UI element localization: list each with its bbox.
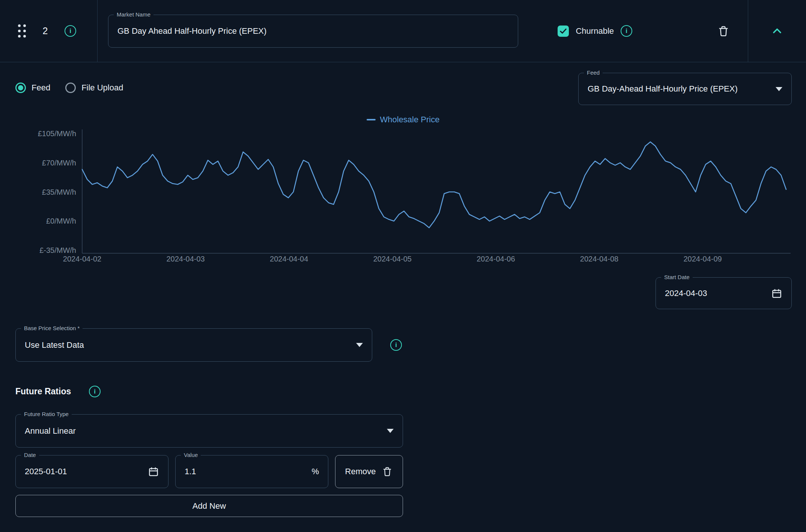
chevron-up-icon: [770, 24, 784, 38]
info-icon[interactable]: i: [390, 339, 402, 351]
chart-legend: Wholesale Price: [0, 114, 806, 125]
legend-line-icon: [367, 119, 376, 120]
svg-text:2024-04-06: 2024-04-06: [477, 255, 515, 263]
feed-radio[interactable]: Feed: [15, 83, 50, 93]
churnable-checkbox[interactable]: [558, 26, 569, 37]
market-header-left: 2 i: [0, 0, 98, 62]
future-ratio-type-select[interactable]: Future Ratio Type Annual Linear: [15, 414, 403, 448]
info-icon[interactable]: i: [65, 25, 76, 37]
base-price-select[interactable]: Base Price Selection * Use Latest Data: [15, 328, 372, 362]
churnable-group: Churnable i: [558, 0, 632, 62]
start-date-label: Start Date: [661, 274, 693, 280]
ratio-date-label: Date: [21, 452, 39, 458]
future-ratio-type-value: Annual Linear: [25, 426, 76, 436]
chevron-down-icon: [776, 87, 782, 91]
remove-ratio-button[interactable]: Remove: [335, 455, 403, 488]
start-date-field[interactable]: Start Date 2024-04-03: [656, 277, 792, 309]
feed-select[interactable]: Feed GB Day-Ahead Half-Hourly Price (EPE…: [578, 73, 792, 105]
svg-text:2024-04-04: 2024-04-04: [270, 255, 308, 263]
percent-suffix: %: [311, 467, 319, 476]
ratio-value-value: 1.1: [185, 467, 196, 476]
collapse-button[interactable]: [770, 24, 784, 38]
ratio-date-value: 2025-01-01: [25, 467, 67, 476]
base-price-value: Use Latest Data: [25, 340, 84, 350]
future-ratios-header: Future Ratios i: [15, 386, 806, 397]
future-ratios-section: Future Ratios i Future Ratio Type Annual…: [15, 386, 806, 517]
feed-select-value: GB Day-Ahead Half-Hourly Price (EPEX): [588, 84, 738, 94]
source-type-radio-group: Feed File Upload: [15, 83, 123, 93]
chevron-down-icon: [356, 343, 363, 347]
market-name-field[interactable]: Market Name: [108, 15, 518, 48]
market-body: Feed File Upload Feed GB Day-Ahead Half-…: [0, 73, 806, 517]
drag-handle-icon[interactable]: [18, 24, 26, 38]
radio-selected-icon: [15, 83, 26, 93]
future-ratios-title: Future Ratios: [15, 386, 71, 397]
market-index: 2: [43, 26, 48, 36]
svg-text:2024-04-02: 2024-04-02: [63, 255, 101, 263]
ratio-value-field[interactable]: Value 1.1 %: [175, 455, 328, 488]
svg-text:2024-04-05: 2024-04-05: [373, 255, 412, 263]
legend-label: Wholesale Price: [380, 115, 440, 125]
wholesale-price-chart: £105/MW/h£70/MW/h£35/MW/h£0/MW/h£-35/MW/…: [0, 127, 806, 269]
calendar-icon[interactable]: [771, 288, 782, 299]
market-config-panel: 2 i Market Name Churnable i: [0, 0, 806, 517]
svg-text:2024-04-09: 2024-04-09: [683, 255, 722, 263]
base-price-label: Base Price Selection *: [21, 325, 83, 331]
delete-market-button[interactable]: [717, 0, 730, 62]
remove-label: Remove: [345, 467, 376, 476]
market-header: 2 i Market Name Churnable i: [0, 0, 806, 62]
add-new-ratio-button[interactable]: Add New: [15, 495, 403, 517]
future-ratio-row: Date 2025-01-01 Value 1.1 %: [15, 455, 806, 488]
market-name-label: Market Name: [114, 11, 153, 18]
radio-unselected-icon: [65, 83, 76, 93]
svg-text:£35/MW/h: £35/MW/h: [42, 188, 76, 196]
svg-text:£-35/MW/h: £-35/MW/h: [39, 246, 76, 254]
ratio-value-label: Value: [181, 452, 201, 458]
calendar-icon[interactable]: [148, 466, 159, 477]
chevron-down-icon: [387, 429, 394, 433]
feed-radio-label: Feed: [32, 83, 50, 93]
feed-select-label: Feed: [584, 69, 603, 76]
svg-text:£105/MW/h: £105/MW/h: [38, 129, 76, 138]
trash-icon: [382, 466, 393, 477]
start-date-value: 2024-04-03: [665, 289, 707, 298]
checkmark-icon: [559, 27, 567, 35]
svg-text:£70/MW/h: £70/MW/h: [42, 159, 76, 167]
start-date-row: Start Date 2024-04-03: [0, 277, 792, 309]
svg-text:2024-04-03: 2024-04-03: [166, 255, 205, 263]
ratio-date-field[interactable]: Date 2025-01-01: [15, 455, 168, 488]
base-price-row: Base Price Selection * Use Latest Data i: [15, 328, 806, 362]
trash-icon: [717, 25, 730, 38]
svg-text:2024-04-08: 2024-04-08: [580, 255, 618, 263]
file-upload-radio[interactable]: File Upload: [65, 83, 123, 93]
market-name-section: Market Name: [98, 0, 558, 62]
future-ratio-type-label: Future Ratio Type: [21, 411, 72, 417]
info-icon[interactable]: i: [621, 25, 632, 37]
collapse-section: [748, 0, 806, 62]
info-icon[interactable]: i: [89, 386, 101, 397]
source-row: Feed File Upload Feed GB Day-Ahead Half-…: [15, 73, 792, 105]
market-name-input[interactable]: [117, 26, 509, 36]
churnable-label: Churnable: [576, 26, 614, 36]
svg-text:£0/MW/h: £0/MW/h: [46, 217, 76, 225]
file-upload-radio-label: File Upload: [81, 83, 123, 93]
